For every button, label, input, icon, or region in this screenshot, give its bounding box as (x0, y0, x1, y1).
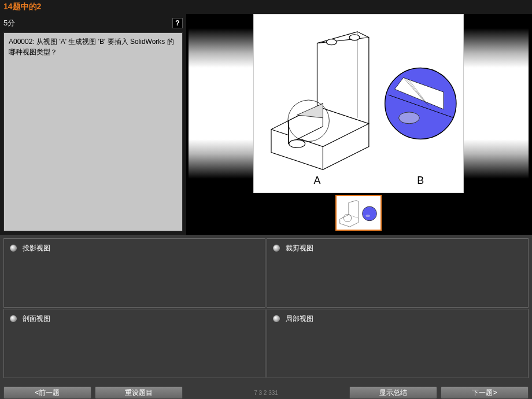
question-panel: 5分 ? A00002: 从视图 'A' 生成视图 'B' 要插入 SolidW… (0, 14, 186, 235)
progress-current: 2 (37, 2, 42, 11)
reset-button[interactable]: 重设题目 (95, 386, 183, 399)
svg-point-0 (326, 39, 337, 45)
answer-label: 局部视图 (286, 314, 313, 324)
answer-option-3[interactable]: 剖面视图 (3, 309, 265, 378)
svg-point-5 (399, 112, 420, 124)
answer-label: 剖面视图 (23, 314, 50, 324)
svg-point-1 (349, 35, 360, 40)
answer-label: 投影视图 (23, 243, 50, 253)
svg-point-4 (385, 68, 456, 139)
thumbnail-strip (189, 193, 529, 232)
progress-indicator: 14题中的2 (3, 2, 41, 12)
answer-option-2[interactable]: 裁剪视图 (267, 238, 529, 308)
main-image: A B (253, 14, 464, 193)
progress-word: 题中的 (13, 2, 37, 11)
header-bar: 14题中的2 (0, 0, 532, 14)
svg-point-8 (365, 215, 370, 217)
answer-option-1[interactable]: 投影视图 (3, 238, 265, 308)
thumbnail-1[interactable] (335, 195, 382, 231)
image-panel: A B (186, 14, 532, 235)
svg-point-2 (289, 140, 305, 148)
svg-point-7 (363, 206, 377, 221)
label-a: A (313, 175, 320, 186)
progress-total: 14 (3, 2, 13, 11)
score-label: 5分 (3, 18, 15, 28)
help-icon: ? (175, 19, 179, 27)
radio-icon (10, 315, 17, 322)
version-label: 7 3 2 331 (254, 390, 278, 396)
question-text: A00002: 从视图 'A' 生成视图 'B' 要插入 SolidWorks … (3, 32, 183, 231)
next-button[interactable]: 下一题> (441, 386, 529, 399)
answers-grid: 投影视图 裁剪视图 剖面视图 局部视图 (0, 235, 532, 382)
footer-spacer: 7 3 2 331 (186, 386, 346, 399)
prev-button[interactable]: <前一题 (3, 386, 91, 399)
summary-button[interactable]: 显示总结 (349, 386, 437, 399)
radio-icon (273, 315, 280, 322)
label-b: B (417, 175, 424, 186)
image-viewport[interactable]: A B (189, 14, 529, 193)
radio-icon (10, 245, 17, 252)
diagram-svg: A B (254, 14, 463, 193)
thumb-svg (337, 196, 380, 230)
footer-bar: <前一题 重设题目 7 3 2 331 显示总结 下一题> (0, 386, 532, 399)
answer-label: 裁剪视图 (286, 243, 313, 253)
answer-option-4[interactable]: 局部视图 (267, 309, 529, 378)
radio-icon (273, 245, 280, 252)
help-button[interactable]: ? (172, 18, 183, 28)
